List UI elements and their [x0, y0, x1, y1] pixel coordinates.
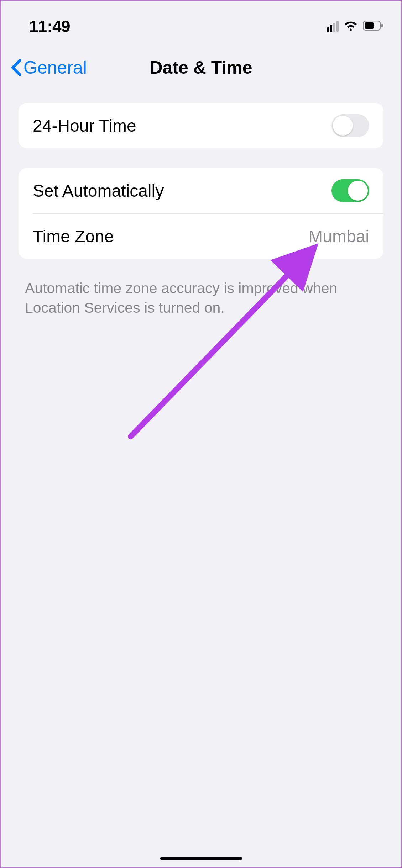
wifi-icon: [344, 20, 358, 32]
row-time-zone[interactable]: Time Zone Mumbai: [33, 213, 383, 259]
annotation-arrow: [125, 234, 325, 447]
row-label: Time Zone: [33, 227, 114, 246]
status-icons: [327, 20, 383, 32]
status-bar: 11:49: [1, 1, 401, 43]
footer-text: Automatic time zone accuracy is improved…: [25, 279, 377, 318]
toggle-24-hour[interactable]: [331, 114, 369, 137]
svg-rect-2: [381, 24, 383, 27]
toggle-knob: [348, 181, 368, 201]
svg-rect-1: [365, 22, 374, 29]
back-label: General: [24, 57, 87, 78]
row-set-automatically[interactable]: Set Automatically: [19, 168, 383, 213]
toggle-set-automatically[interactable]: [331, 179, 369, 202]
nav-bar: General Date & Time: [1, 43, 401, 103]
row-24-hour-time[interactable]: 24-Hour Time: [19, 103, 383, 148]
row-label: Set Automatically: [33, 181, 164, 201]
back-button[interactable]: General: [11, 57, 87, 78]
group-24-hour: 24-Hour Time: [19, 103, 383, 148]
battery-icon: [363, 21, 383, 32]
row-label: 24-Hour Time: [33, 116, 136, 136]
cellular-signal-icon: [327, 21, 339, 32]
status-time: 11:49: [29, 17, 70, 36]
row-value: Mumbai: [308, 227, 369, 246]
group-time-settings: Set Automatically Time Zone Mumbai: [19, 168, 383, 259]
home-indicator[interactable]: [160, 857, 242, 860]
chevron-left-icon: [11, 59, 21, 76]
toggle-knob: [333, 116, 353, 136]
